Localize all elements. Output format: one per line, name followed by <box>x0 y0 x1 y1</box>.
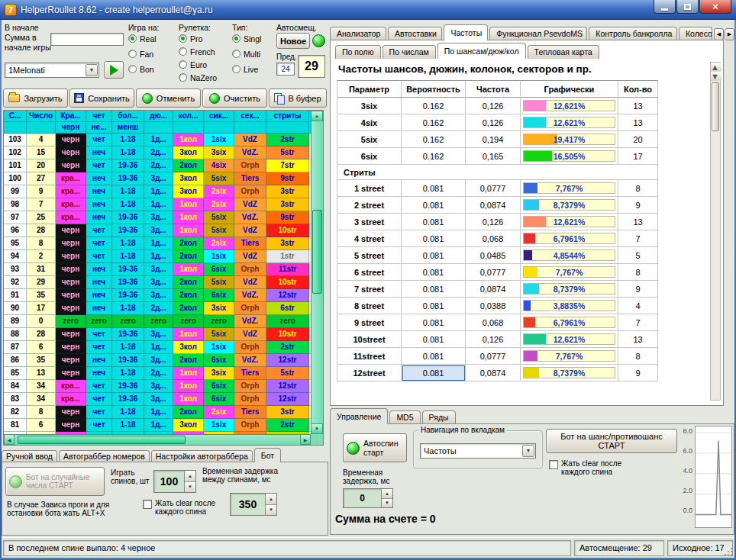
freq-freq-cell[interactable]: 0,0874 <box>466 197 521 214</box>
radio-bon[interactable]: Bon <box>128 63 176 75</box>
freq-param-cell[interactable]: 3six <box>337 98 402 114</box>
freq-prob-cell[interactable]: 0.081 <box>402 331 466 348</box>
freq-freq-cell[interactable]: 0,194 <box>466 131 521 148</box>
tab-autobets[interactable]: Автоставки <box>388 27 442 40</box>
freq-param-cell[interactable]: 5six <box>337 131 402 148</box>
history-header-cell[interactable] <box>234 122 266 134</box>
freq-freq-cell[interactable]: 0,0388 <box>466 298 521 314</box>
bot-clear-after-spin-checkbox[interactable]: Жать clear после каждого спина <box>143 499 225 516</box>
history-header-cell[interactable]: кол... <box>173 111 204 122</box>
history-row[interactable]: 9725кра...неч19-363д...1кол5sixVdZ.9str <box>4 211 323 224</box>
freq-freq-cell[interactable]: 0,0874 <box>466 281 521 298</box>
history-row[interactable]: 958чернчет1-181д...2кол2sixTiers3str <box>4 237 323 250</box>
start-sum-input[interactable] <box>50 33 124 46</box>
history-row[interactable]: 876чернчет1-181д...3кол1sixOrph2str <box>4 341 323 354</box>
autoshift-new-button[interactable]: Новое <box>276 33 310 49</box>
history-horizontal-scrollbar[interactable]: ◀ ▶ <box>4 434 311 445</box>
history-row[interactable]: 9017черннеч1-182д...2кол3sixOrph6str <box>4 302 323 315</box>
freq-param-cell[interactable]: 2 street <box>337 197 402 214</box>
history-header-cell[interactable]: С... <box>4 111 27 122</box>
freq-prob-cell[interactable]: 0.081 <box>402 230 466 247</box>
history-hscroll-thumb[interactable] <box>18 436 186 444</box>
freq-freq-cell[interactable]: 0,126 <box>466 331 521 348</box>
history-header-cell[interactable] <box>144 122 173 134</box>
tab-grabber-settings[interactable]: Настройки автограббера <box>151 450 253 462</box>
history-header-cell[interactable]: черн <box>56 122 86 134</box>
freq-prob-cell[interactable]: 0.081 <box>402 264 466 281</box>
spin-up-icon[interactable]: ▲ <box>382 489 392 499</box>
freq-count-cell[interactable]: 17 <box>618 148 658 165</box>
freq-param-cell[interactable]: 5 street <box>337 247 402 264</box>
freq-count-cell[interactable]: 8 <box>618 180 658 197</box>
freq-count-cell[interactable]: 9 <box>618 365 658 381</box>
control-delay-spinner[interactable]: 0 ▲ ▼ <box>343 488 393 508</box>
resize-grip[interactable] <box>731 554 732 555</box>
radio-french[interactable]: French <box>179 46 229 57</box>
freq-freq-cell[interactable]: 0,0777 <box>466 264 521 281</box>
freq-prob-cell[interactable]: 0.162 <box>402 98 466 114</box>
freq-param-cell[interactable]: 6 street <box>337 264 402 281</box>
history-header-cell[interactable] <box>4 122 27 134</box>
freq-freq-cell[interactable]: 0,165 <box>466 148 521 165</box>
history-row[interactable]: 10027кра...неч19-363д...3кол5sixTiers9st… <box>4 172 323 185</box>
nav-tab-combo[interactable]: Частоты ▼ <box>420 443 536 459</box>
freq-param-cell[interactable]: 1 street <box>337 180 402 197</box>
freq-prob-cell[interactable]: 0.081 <box>402 247 466 264</box>
freq-prob-cell[interactable]: 0.081 <box>402 348 466 365</box>
radio-real[interactable]: Real <box>128 33 176 44</box>
control-clear-after-spin-checkbox[interactable]: Жать clear после каждого спина <box>549 459 641 476</box>
tab-bot[interactable]: Бот <box>254 448 281 462</box>
autoshift-orb-icon[interactable] <box>312 34 325 47</box>
radio-live[interactable]: Live <box>232 63 275 75</box>
freq-prob-cell[interactable]: 0.081 <box>402 180 466 197</box>
history-row[interactable]: 8635черннеч19-363д...2кол6sixVdZ.12str <box>4 354 323 367</box>
radio-singl[interactable]: Singl <box>232 33 275 44</box>
history-header-cell[interactable]: Кра... <box>56 111 86 122</box>
undo-button[interactable]: Отменить <box>136 89 201 108</box>
history-row[interactable]: 9229черннеч19-363д...2кол5sixVdZ10str <box>4 276 323 289</box>
freq-param-cell[interactable]: 8 street <box>337 298 402 314</box>
history-row[interactable]: 8334кра...чет19-363д...1кол6sixOrph12str <box>4 393 323 406</box>
scroll-up-icon[interactable]: ▲ <box>311 111 323 121</box>
freq-param-cell[interactable]: 7 street <box>337 281 402 298</box>
history-header-cell[interactable] <box>266 122 309 134</box>
tab-analyzer[interactable]: Анализатор <box>330 27 386 40</box>
history-row[interactable]: 10120чернчет19-362д...2кол4sixOrph7str <box>4 159 323 172</box>
history-row[interactable]: 8434кра...чет19-363д...1кол6sixOrph12str <box>4 380 323 393</box>
freq-prob-cell[interactable]: 0.081 <box>402 298 466 314</box>
freq-prob-cell[interactable]: 0.081 <box>402 365 466 381</box>
history-row[interactable]: 8513черннеч1-182д...1кол3sixTiers5str <box>4 367 323 380</box>
tab-manual-input[interactable]: Ручной ввод <box>2 450 57 462</box>
freq-param-cell[interactable]: 11street <box>337 348 402 365</box>
freq-param-cell[interactable]: 10street <box>337 331 402 348</box>
tabs-scroll-left-icon[interactable]: ◀ <box>714 28 724 40</box>
spin-up-icon[interactable]: ▲ <box>185 471 195 482</box>
history-header-cell[interactable]: не... <box>86 122 112 134</box>
history-row[interactable]: 10215черннеч1-182д...3кол3sixVdZ.5str <box>4 146 323 159</box>
freq-freq-cell[interactable]: 0,0874 <box>466 365 521 381</box>
freq-param-cell[interactable]: 9 street <box>337 314 402 331</box>
freq-freq-cell[interactable]: 0,0777 <box>466 180 521 197</box>
freq-param-cell[interactable]: 4six <box>337 114 402 131</box>
history-header-cell[interactable] <box>204 122 234 134</box>
minimize-button[interactable] <box>654 0 676 14</box>
history-header-cell[interactable]: сик... <box>204 111 234 122</box>
subtab-by-field[interactable]: По полю <box>335 45 381 59</box>
radio-nazero[interactable]: NaZero <box>179 72 229 83</box>
history-row[interactable]: 9628чернчет19-363д...1кол5sixVdZ10str <box>4 224 323 237</box>
freq-prob-cell[interactable]: 0.081 <box>402 214 466 230</box>
history-header-cell[interactable]: Число <box>27 111 56 122</box>
history-row[interactable]: 8828чернчет19-363д...1кол5sixVdZ10str <box>4 328 323 341</box>
history-row[interactable]: 9331черннеч19-363д...1кол6sixOrph11str <box>4 263 323 276</box>
freq-prob-cell[interactable]: 0.081 <box>402 197 466 214</box>
scroll-right-icon[interactable]: ▶ <box>300 434 311 445</box>
close-button[interactable]: × <box>699 0 731 14</box>
freq-count-cell[interactable]: 5 <box>618 247 658 264</box>
radio-multi[interactable]: Multi <box>232 48 275 60</box>
profile-combo[interactable]: 1Melonati ▼ <box>5 63 99 78</box>
history-vscroll-thumb[interactable] <box>312 210 322 294</box>
history-header-cell[interactable]: стриты <box>266 111 309 122</box>
history-row[interactable]: 9135черннеч19-363д...2кол6sixVdZ.12str <box>4 289 323 302</box>
freq-prob-cell[interactable]: 0.162 <box>402 131 466 148</box>
tab-bankroll[interactable]: Контроль банкролла <box>589 27 677 40</box>
